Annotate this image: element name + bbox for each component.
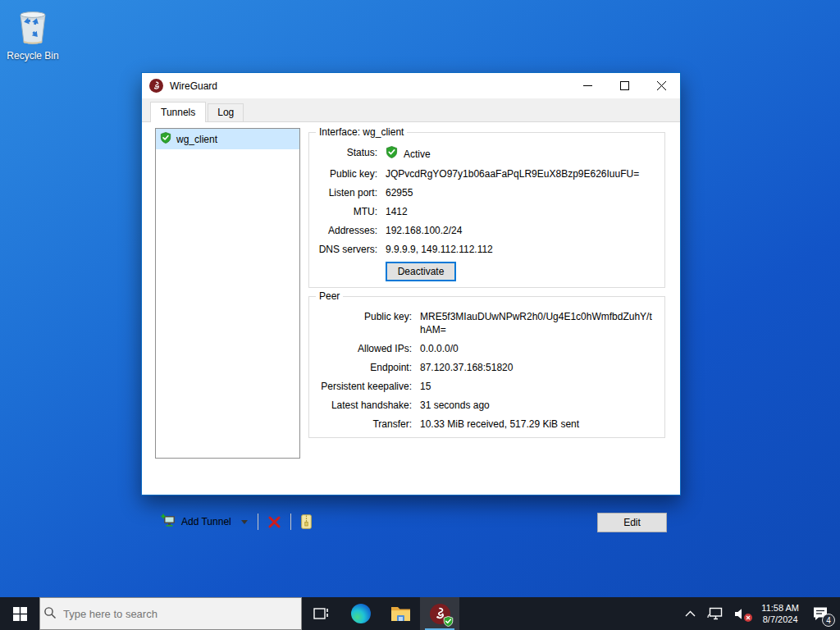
dns-servers-value: 9.9.9.9, 149.112.112.112 [386,243,619,256]
peer-legend: Peer [316,290,343,302]
tunnel-name: wg_client [176,134,217,145]
peer-row: Latest handshake: 31 seconds ago [309,399,664,412]
public-key-label: Public key: [309,167,377,180]
chevron-down-icon [241,520,248,524]
window-title: WireGuard [170,80,569,92]
windows-logo-icon [13,607,27,621]
system-tray: 11:58 AM 8/7/2024 4 [679,597,840,630]
task-view-icon [313,606,330,621]
file-explorer-icon [390,605,411,622]
peer-row: Public key: MRE5f3MIauDUwNPwR2h0/Ug4E1c0… [309,310,664,336]
interface-row: Public key: JQPvcdRgYO97y1b06aaFaPqLR9Eu… [309,167,664,180]
toolbar-separator [258,514,258,530]
zip-file-icon [301,514,312,529]
deactivate-button[interactable]: Deactivate [386,262,456,281]
notification-count-badge: 4 [822,614,835,627]
delete-x-icon [268,516,281,528]
listen-port-value: 62955 [386,186,619,199]
search-input[interactable] [63,608,285,620]
addresses-label: Addresses: [309,224,377,237]
edit-button[interactable]: Edit [597,513,667,532]
mtu-label: MTU: [309,205,377,218]
mtu-value: 1412 [386,205,619,218]
window-titlebar[interactable]: WireGuard [142,73,680,98]
public-key-value: JQPvcdRgYO97y1b06aaFaPqLR9EuX8Bzp9E626Iu… [386,167,664,180]
recycle-bin-label: Recycle Bin [5,50,61,62]
interface-legend: Interface: wg_client [316,126,407,138]
network-icon [707,607,723,620]
endpoint-label: Endpoint: [309,361,412,374]
active-shield-icon [386,146,398,162]
transfer-value: 10.33 MiB received, 517.29 KiB sent [420,418,654,431]
handshake-label: Latest handshake: [309,399,412,412]
start-button[interactable] [0,597,39,630]
volume-tray-button[interactable] [728,597,754,630]
taskbar-search[interactable] [39,597,302,630]
edge-icon [351,604,371,623]
recycle-bin-icon [5,7,61,48]
dns-servers-label: DNS servers: [309,243,377,256]
wireguard-window: WireGuard Tunnels Log wg_client [141,72,681,495]
interface-row: MTU: 1412 [309,205,664,218]
minimize-button[interactable] [569,73,606,98]
listen-port-label: Listen port: [309,186,377,199]
add-tunnel-button[interactable]: Add Tunnel [155,509,253,534]
interface-groupbox: Interface: wg_client Status: Active Publ… [308,132,665,288]
handshake-value: 31 seconds ago [420,399,654,412]
transfer-label: Transfer: [309,418,412,431]
add-tunnel-icon [161,514,176,530]
peer-groupbox: Peer Public key: MRE5f3MIauDUwNPwR2h0/Ug… [308,296,665,438]
tunnel-status-shield-icon [160,132,171,146]
tray-overflow-button[interactable] [679,597,701,630]
tab-bar: Tunnels Log [142,98,680,122]
taskbar-wireguard-button[interactable] [420,597,459,630]
clock-time: 11:58 AM [761,602,799,614]
task-view-button[interactable] [302,597,341,630]
interface-row: Addresses: 192.168.100.2/24 [309,224,664,237]
tunnel-toolbar: Add Tunnel [155,510,317,533]
mute-badge-icon [744,614,752,622]
tunnel-list-item[interactable]: wg_client [156,129,299,149]
peer-public-key-label: Public key: [309,310,412,323]
allowed-ips-label: Allowed IPs: [309,342,412,355]
interface-row: Listen port: 62955 [309,186,664,199]
status-value: Active [404,148,431,161]
taskbar-explorer-button[interactable] [381,597,420,630]
delete-tunnel-button[interactable] [262,512,286,532]
allowed-ips-value: 0.0.0.0/0 [420,342,654,355]
status-label: Status: [309,146,377,159]
action-center-button[interactable]: 4 [806,597,840,630]
keepalive-label: Persistent keepalive: [309,380,412,393]
network-tray-button[interactable] [701,597,728,630]
peer-row: Transfer: 10.33 MiB received, 517.29 KiB… [309,418,664,431]
toolbar-separator [290,514,291,530]
clock-date: 8/7/2024 [763,614,798,625]
chevron-up-icon [685,610,696,617]
taskbar-edge-button[interactable] [341,597,381,630]
taskbar-clock[interactable]: 11:58 AM 8/7/2024 [754,597,806,630]
addresses-value: 192.168.100.2/24 [386,224,619,237]
interface-row: DNS servers: 9.9.9.9, 149.112.112.112 [309,243,664,256]
peer-row: Endpoint: 87.120.37.168:51820 [309,361,664,374]
wireguard-logo-icon [149,79,163,93]
recycle-bin-shortcut[interactable]: Recycle Bin [5,7,61,62]
search-icon [43,606,57,622]
taskbar: 11:58 AM 8/7/2024 4 [0,597,840,630]
wireguard-taskbar-icon [430,604,450,624]
endpoint-value: 87.120.37.168:51820 [420,361,654,374]
close-button[interactable] [643,73,680,98]
peer-row: Allowed IPs: 0.0.0.0/0 [309,342,664,355]
maximize-button[interactable] [606,73,643,98]
active-badge-icon [443,616,454,627]
peer-public-key-value: MRE5f3MIauDUwNPwR2h0/Ug4E1c0hWmfbdZuhY/t… [420,310,654,336]
add-tunnel-label: Add Tunnel [181,516,231,527]
tab-tunnels[interactable]: Tunnels [150,102,206,122]
peer-row: Persistent keepalive: 15 [309,380,664,393]
status-row: Status: Active [309,146,664,162]
export-log-button[interactable] [295,510,317,533]
tunnels-pane: wg_client Add Tunnel [142,122,680,494]
tunnel-list[interactable]: wg_client [155,128,300,459]
tab-log[interactable]: Log [208,103,244,121]
keepalive-value: 15 [420,380,654,393]
